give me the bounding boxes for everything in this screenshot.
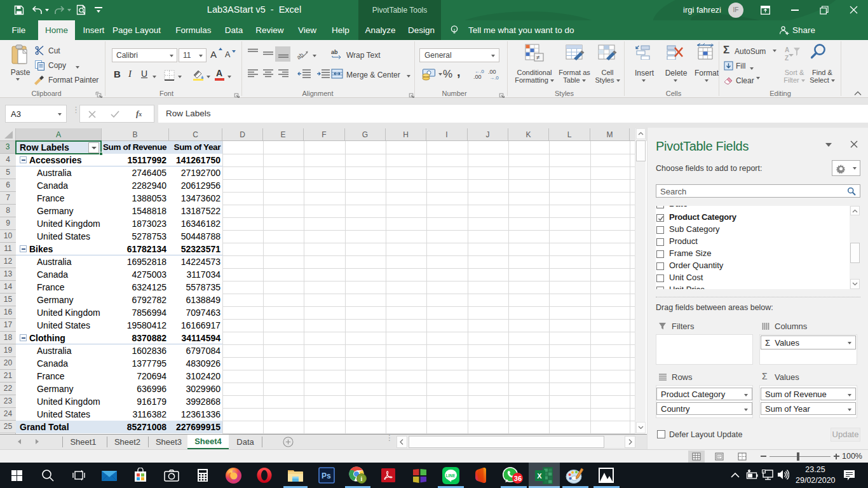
- svg-text:.00: .00: [488, 69, 496, 75]
- svg-text:Ps: Ps: [322, 471, 331, 480]
- svg-text:→.0: →.0: [489, 75, 499, 80]
- svg-text:A: A: [785, 46, 789, 53]
- svg-text:36: 36: [514, 475, 522, 482]
- svg-text:LINE: LINE: [445, 473, 455, 477]
- svg-text:←.0: ←.0: [475, 69, 484, 74]
- svg-text:.00: .00: [473, 74, 482, 80]
- svg-text:Z: Z: [785, 55, 789, 62]
- svg-text:≠: ≠: [536, 54, 540, 61]
- svg-text:ab: ab: [331, 49, 338, 55]
- svg-text:i: i: [361, 475, 363, 482]
- svg-text:X: X: [537, 472, 542, 480]
